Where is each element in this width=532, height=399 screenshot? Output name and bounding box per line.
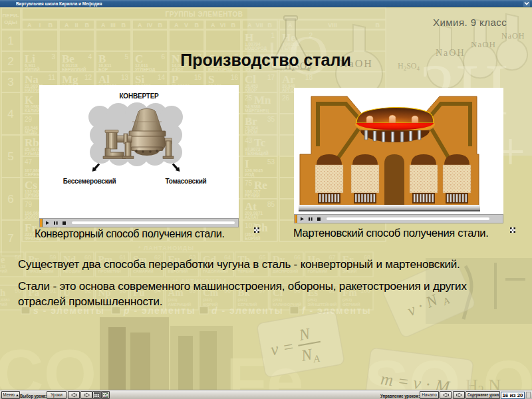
svg-text:A: A [65, 22, 69, 29]
svg-text:III: III [110, 22, 116, 29]
svg-text:АСТАТ: АСТАТ [245, 215, 259, 219]
svg-text:IV: IV [147, 22, 153, 29]
svg-text:ОДЫ: ОДЫ [4, 19, 17, 25]
svg-text:БОРИЙ: БОРИЙ [245, 235, 261, 241]
svg-text:16: 16 [231, 74, 239, 81]
svg-text:I: I [39, 22, 41, 29]
svg-text:ЦЕЗИЙ: ЦЕЗИЙ [25, 193, 40, 199]
svg-text:3: 3 [7, 76, 13, 88]
svg-text:75: 75 [245, 180, 253, 187]
svg-text:A: A [101, 22, 106, 29]
svg-text:ν =: ν = [269, 336, 295, 360]
svg-text:12: 12 [84, 74, 92, 81]
svg-text:V: V [184, 22, 188, 29]
svg-text:A: A [27, 22, 32, 29]
svg-text:140,12: 140,12 [0, 265, 6, 269]
svg-text:Ce: Ce [0, 254, 5, 265]
svg-text:5: 5 [7, 150, 13, 163]
svg-text:6: 6 [7, 193, 13, 205]
svg-text:A: A [211, 22, 215, 29]
svg-text:РЕНИЙ: РЕНИЙ [245, 193, 260, 198]
svg-text:ГРУППЫ ЭЛЕМЕНТОВ: ГРУППЫ ЭЛЕМЕНТОВ [166, 11, 243, 18]
svg-text:85: 85 [267, 201, 275, 208]
svg-text:B: B [85, 22, 90, 29]
svg-text:232,0381: 232,0381 [0, 298, 11, 302]
svg-text:B: B [122, 22, 126, 29]
svg-text:53: 53 [267, 158, 275, 166]
svg-text:47: 47 [25, 158, 33, 166]
svg-text:МЕДЬ: МЕДЬ [25, 130, 37, 135]
svg-text:NaOH: NaOH [471, 39, 496, 49]
svg-text:B: B [49, 22, 53, 29]
svg-text:Th: Th [0, 287, 6, 298]
svg-text:КАЛИЙ: КАЛИЙ [25, 108, 40, 113]
svg-text:ЦЕРИЙ: ЦЕРИЙ [0, 269, 7, 273]
svg-text:VI: VI [220, 22, 226, 29]
svg-text:A: A [174, 22, 179, 29]
svg-text:11: 11 [49, 74, 56, 81]
svg-text:B: B [231, 22, 236, 29]
svg-text:A: A [138, 22, 142, 29]
svg-text:13: 13 [121, 74, 129, 81]
svg-text:B: B [158, 22, 163, 29]
svg-text:4: 4 [7, 108, 13, 120]
svg-text:ПЕРИ-: ПЕРИ- [3, 13, 19, 19]
svg-text:14: 14 [158, 74, 166, 81]
svg-text:ИОД: ИОД [245, 172, 255, 178]
svg-text:B: B [195, 22, 200, 29]
svg-text:1: 1 [7, 35, 13, 47]
svg-text:29: 29 [25, 116, 33, 123]
svg-text:NaOH: NaOH [501, 31, 525, 41]
svg-text:15: 15 [194, 74, 202, 81]
svg-text:ТОРИЙ: ТОРИЙ [0, 302, 7, 307]
svg-text:7: 7 [7, 232, 13, 245]
svg-text:* ЛАНТАНОИДЫ: * ЛАНТАНОИДЫ [138, 245, 194, 251]
svg-text:II: II [74, 22, 78, 29]
svg-text:79: 79 [25, 201, 33, 208]
